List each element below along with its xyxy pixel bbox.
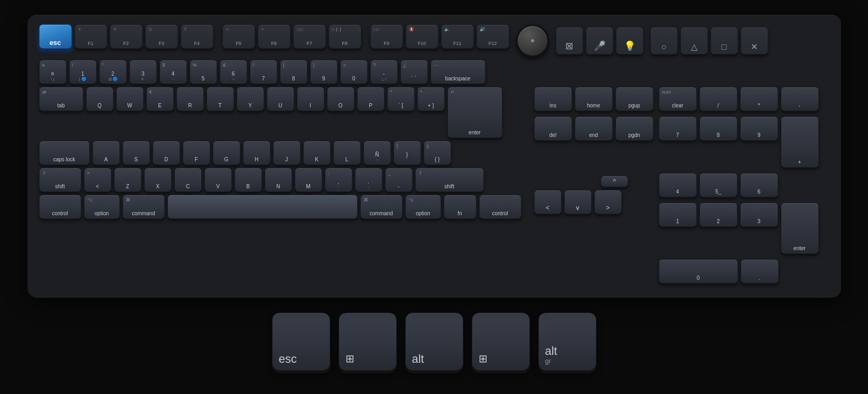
key-command-right[interactable]: ⌘ command (360, 195, 403, 219)
key-rbracket[interactable]: * + ] (417, 87, 445, 111)
key-e[interactable]: € E (146, 87, 174, 111)
key-angle[interactable]: > < (84, 168, 111, 192)
key-np4[interactable]: 4 (659, 173, 697, 197)
key-light[interactable]: 💡 (616, 27, 643, 54)
key-6[interactable]: & 6 ¬ (220, 60, 247, 84)
key-0[interactable]: = 0 (340, 60, 368, 84)
key-q[interactable]: Q (86, 87, 114, 111)
key-y[interactable]: Y (237, 87, 264, 111)
key-8[interactable]: ( 8 (280, 60, 307, 84)
key-arrow-left[interactable]: < (534, 190, 562, 214)
key-f7[interactable]: ◁◁ F7 (293, 24, 326, 49)
key-l[interactable]: L (333, 141, 361, 165)
key-np-mul[interactable]: * (740, 87, 778, 111)
key-5[interactable]: % 5 (190, 60, 217, 84)
key-np7[interactable]: 7 (659, 116, 697, 141)
key-f4[interactable]: ⠿ F4 (181, 24, 213, 49)
key-np-dot[interactable]: . (741, 259, 779, 283)
key-f6[interactable]: ≻ F6 (258, 24, 291, 49)
key-backslash[interactable]: ç { } (424, 141, 451, 165)
key-np0[interactable]: 0 (659, 259, 738, 283)
key-command-left[interactable]: ⌘ command (123, 195, 165, 219)
key-numclear[interactable]: num clear (659, 87, 697, 111)
key-j[interactable]: J (273, 141, 301, 165)
key-s[interactable]: S (123, 141, 150, 165)
key-np9[interactable]: 9 (740, 116, 778, 141)
keycap-alt-large[interactable]: alt (405, 313, 463, 371)
key-np-minus[interactable]: - (781, 87, 819, 111)
key-m[interactable]: M (295, 168, 322, 192)
key-equals[interactable]: ¿ ´ ` (400, 60, 428, 84)
key-arrow-up[interactable]: ^ (601, 176, 628, 187)
key-pgdn[interactable]: pgdn (615, 116, 654, 141)
key-f11[interactable]: 🔈 F11 (441, 24, 474, 49)
key-t[interactable]: T (207, 87, 234, 111)
key-x[interactable]: X (144, 168, 172, 192)
key-r[interactable]: R (176, 87, 204, 111)
key-np1[interactable]: 1 (659, 203, 697, 227)
key-spacebar[interactable] (167, 195, 358, 219)
key-c[interactable]: C (174, 168, 202, 192)
key-f10[interactable]: 🔇 F10 (406, 24, 438, 49)
key-sym4[interactable]: ✕ (741, 27, 768, 54)
key-sym2[interactable]: △ (680, 27, 708, 54)
key-7[interactable]: / 7 (250, 60, 277, 84)
key-enter[interactable]: ↵ enter (447, 87, 502, 138)
key-control-left[interactable]: control (39, 195, 81, 219)
key-tab[interactable]: ⇌ tab (39, 87, 83, 111)
key-u[interactable]: U (267, 87, 294, 111)
key-np3[interactable]: 3 (740, 203, 778, 227)
key-k[interactable]: K (303, 141, 331, 165)
key-slash[interactable]: _ - (385, 168, 413, 192)
key-sym3[interactable]: □ (711, 27, 738, 54)
key-a[interactable]: A (92, 141, 120, 165)
key-control-right[interactable]: control (479, 195, 521, 219)
key-b[interactable]: B (235, 168, 262, 192)
key-h[interactable]: H (243, 141, 270, 165)
key-f5[interactable]: ≺ F5 (222, 24, 255, 49)
key-1[interactable]: ! 1 | 🔵 (69, 60, 97, 84)
key-f[interactable]: F (183, 141, 210, 165)
key-backspace[interactable]: ← backspace (431, 60, 486, 84)
key-4[interactable]: $ 4 ~ (160, 60, 187, 84)
key-v[interactable]: V (204, 168, 232, 192)
key-insert[interactable]: ins (534, 87, 572, 111)
key-np2[interactable]: 2 (699, 203, 738, 227)
key-lbracket[interactable]: ^ ` [ (387, 87, 415, 111)
keycap-altgr-large[interactable]: alt gr (538, 313, 596, 371)
key-minus[interactable]: ? - ¿ i (370, 60, 398, 84)
key-snapshot[interactable]: ⊠ (556, 27, 583, 54)
key-option-left[interactable]: ⌥ option (84, 195, 120, 219)
keycap-win2-large[interactable]: ⊞ (472, 313, 530, 371)
keycap-esc-large[interactable]: esc (272, 313, 330, 371)
key-w[interactable]: W (116, 87, 144, 111)
key-fn[interactable]: fn (444, 195, 477, 219)
key-np8[interactable]: 8 (699, 116, 738, 141)
key-3[interactable]: · 3 #· (129, 60, 157, 84)
key-f2[interactable]: ☀ F2 (110, 24, 143, 49)
key-f9[interactable]: ▷▷ F9 (370, 24, 403, 49)
key-shift-left[interactable]: ⇧ shift (39, 168, 81, 192)
key-np6[interactable]: 6 (740, 173, 778, 197)
key-z[interactable]: Z (114, 168, 142, 192)
key-np-div[interactable]: / (699, 87, 738, 111)
key-period[interactable]: : . - (355, 168, 382, 192)
key-o[interactable]: O (327, 87, 354, 111)
key-sym1[interactable]: ○ (650, 27, 678, 54)
key-np5[interactable]: 5_ (699, 173, 738, 197)
key-f8[interactable]: ▷❙❙ F8 (329, 24, 361, 49)
key-delete[interactable]: del (534, 116, 572, 141)
key-backtick[interactable]: a ¤ \ | (39, 60, 67, 84)
key-9[interactable]: ) 9 (310, 60, 338, 84)
key-mic[interactable]: 🎤 (586, 27, 613, 54)
key-pgup[interactable]: pgup (615, 87, 654, 111)
key-quote[interactable]: { · } ´ (394, 141, 421, 165)
key-2[interactable]: " 2 @🔵 (99, 60, 127, 84)
key-esc[interactable]: esc (39, 24, 72, 49)
key-n[interactable]: N (265, 168, 292, 192)
key-capslock[interactable]: caps lock (39, 141, 90, 165)
key-arrow-right[interactable]: > (594, 190, 622, 214)
key-p[interactable]: P (357, 87, 385, 111)
key-f12[interactable]: 🔊 F12 (477, 24, 509, 49)
key-f3[interactable]: ⊡ F3 (145, 24, 178, 49)
